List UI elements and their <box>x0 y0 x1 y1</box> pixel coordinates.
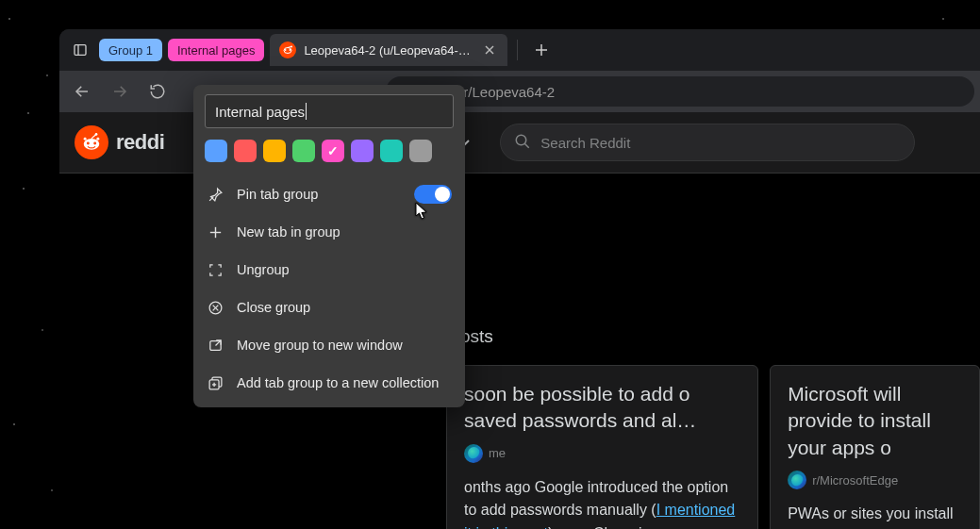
reddit-search-placeholder: Search Reddit <box>540 135 630 151</box>
group-color-swatch-row <box>193 140 465 175</box>
post-subreddit: r/MicrosoftEdge <box>812 473 898 488</box>
color-swatch[interactable] <box>409 140 432 162</box>
new-tab-in-group-item[interactable]: New tab in group <box>193 213 465 251</box>
profile-post-cards: soon be possible to add o saved password… <box>446 365 980 529</box>
group-name-input-value: Internal pages <box>215 104 305 120</box>
color-swatch[interactable] <box>205 140 227 162</box>
post-card[interactable]: Microsoft will provide to install your a… <box>770 365 980 529</box>
reddit-wordmark: reddi <box>116 130 164 155</box>
tab-group-2-label: Internal pages <box>177 43 255 58</box>
post-meta: me <box>464 444 740 463</box>
ungroup-icon <box>207 262 224 278</box>
add-to-collection-label: Add tab group to a new collection <box>237 375 439 390</box>
post-body: PWAs or sites you install a device will … <box>788 503 962 529</box>
color-swatch[interactable] <box>322 140 344 162</box>
color-swatch[interactable] <box>263 140 286 162</box>
ungroup-item[interactable]: Ungroup <box>193 251 465 289</box>
add-to-collection-item[interactable]: Add tab group to a new collection <box>193 364 465 402</box>
tab-group-2-pill[interactable]: Internal pages <box>168 39 264 61</box>
text-caret <box>306 103 307 120</box>
svg-point-16 <box>96 138 99 141</box>
pin-tab-group-label: Pin tab group <box>237 187 318 202</box>
color-swatch[interactable] <box>380 140 403 162</box>
color-swatch[interactable] <box>351 140 374 162</box>
new-tab-button[interactable] <box>527 36 556 64</box>
reddit-favicon <box>279 41 296 58</box>
plus-icon <box>207 224 224 240</box>
forward-button[interactable] <box>103 74 137 108</box>
move-group-label: Move group to new window <box>237 338 403 353</box>
tab-separator <box>517 40 518 60</box>
overview-heading-partial: osts <box>460 308 493 365</box>
svg-point-17 <box>84 138 87 141</box>
edge-icon <box>464 444 483 463</box>
active-tab-title: Leopeva64-2 (u/Leopeva64-2) - R <box>304 43 473 58</box>
collection-add-icon <box>207 375 224 391</box>
refresh-button[interactable] <box>141 74 174 108</box>
pin-icon <box>207 187 224 203</box>
close-group-label: Close group <box>237 300 310 315</box>
reddit-search-input[interactable]: Search Reddit <box>500 124 915 161</box>
tab-group-1-pill[interactable]: Group 1 <box>99 39 162 61</box>
svg-point-20 <box>517 135 527 145</box>
reddit-logo-link[interactable]: reddi <box>75 125 164 159</box>
back-button[interactable] <box>65 74 99 108</box>
group-name-input[interactable]: Internal pages <box>205 94 454 128</box>
svg-point-2 <box>285 49 287 51</box>
svg-line-18 <box>91 135 96 139</box>
reddit-logo-icon <box>75 125 108 159</box>
pin-toggle[interactable] <box>414 185 452 204</box>
post-title: soon be possible to add o saved password… <box>464 381 740 435</box>
edge-icon <box>788 471 806 489</box>
address-bar[interactable]: it.com/user/Leopeva64-2 <box>386 76 974 107</box>
new-tab-in-group-label: New tab in group <box>237 224 341 240</box>
ungroup-label: Ungroup <box>237 262 290 277</box>
svg-rect-0 <box>75 45 86 56</box>
color-swatch[interactable] <box>234 140 257 162</box>
svg-line-6 <box>288 47 291 48</box>
tab-group-1-label: Group 1 <box>108 43 153 58</box>
svg-point-15 <box>93 141 96 144</box>
tab-close-button[interactable] <box>481 41 498 58</box>
active-tab[interactable]: Leopeva64-2 (u/Leopeva64-2) - R <box>270 34 507 66</box>
svg-point-19 <box>95 133 98 136</box>
post-title: Microsoft will provide to install your a… <box>788 381 962 461</box>
move-group-item[interactable]: Move group to new window <box>193 326 465 364</box>
color-swatch[interactable] <box>292 140 315 162</box>
svg-line-21 <box>525 143 530 148</box>
post-subreddit: me <box>489 446 506 460</box>
close-group-item[interactable]: Close group <box>193 289 465 326</box>
post-card[interactable]: soon be possible to add o saved password… <box>446 365 758 529</box>
popout-window-icon <box>207 338 224 354</box>
search-icon <box>514 133 531 153</box>
pin-tab-group-item[interactable]: Pin tab group <box>193 175 465 213</box>
tab-actions-button[interactable] <box>67 37 93 63</box>
tab-group-context-menu: Internal pages Pin tab group New tab in … <box>193 85 465 407</box>
svg-point-14 <box>87 141 90 144</box>
svg-point-3 <box>290 49 291 51</box>
close-circle-icon <box>207 300 224 316</box>
post-body: onths ago Google introduced the option t… <box>464 476 740 529</box>
post-meta: r/MicrosoftEdge <box>788 471 962 489</box>
tab-strip: Group 1 Internal pages Leopeva64-2 (u/Le… <box>59 29 980 71</box>
